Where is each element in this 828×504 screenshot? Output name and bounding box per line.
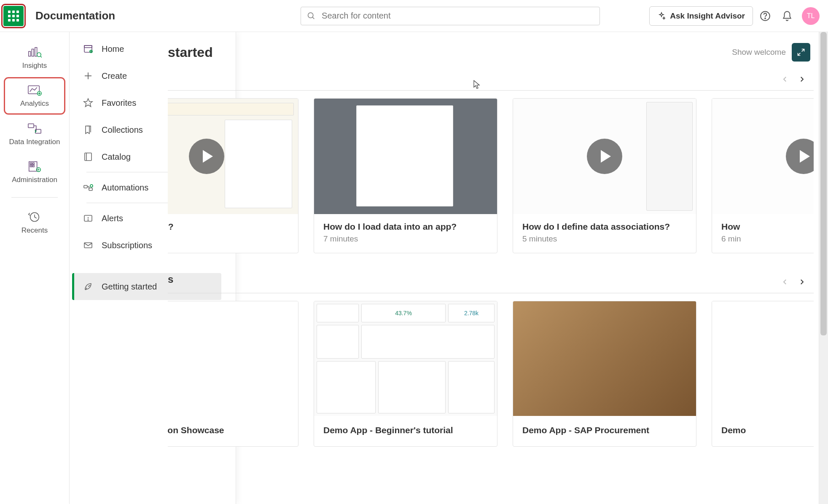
app-thumbnail: k TH DATA: [168, 301, 298, 416]
left-rail: Insights Analytics Data Integration Admi…: [0, 32, 70, 504]
show-welcome-label: Show welcome: [732, 48, 786, 57]
svg-point-7: [37, 53, 41, 56]
flyout-label: Collections: [102, 125, 143, 135]
rail-item-analytics[interactable]: Analytics: [5, 78, 64, 113]
svg-rect-17: [32, 163, 34, 165]
app-card-title: Demo App - SAP Procurement: [522, 425, 687, 435]
app-thumbnail: [513, 301, 696, 416]
app-card[interactable]: 43.7% 2.78k Demo App - Beginner's tutori…: [314, 301, 497, 447]
app-card[interactable]: k TH DATA Visualization Showcase: [168, 301, 298, 447]
flyout-label: Alerts: [102, 214, 123, 223]
chevron-right-icon: [798, 75, 806, 83]
svg-rect-36: [84, 243, 92, 248]
video-card-duration: [168, 234, 289, 244]
svg-line-8: [40, 56, 42, 57]
star-icon: [83, 98, 93, 108]
rail-label: Insights: [22, 62, 47, 70]
video-card-title: How: [721, 222, 814, 232]
video-thumbnail: [712, 99, 814, 214]
data-integration-icon: [27, 123, 42, 134]
insights-icon: [27, 46, 42, 58]
sparkle-icon: [657, 12, 666, 20]
video-card-title: How do I define data associations?: [522, 222, 687, 232]
envelope-icon: [83, 240, 93, 250]
home-icon: [83, 44, 93, 54]
video-card[interactable]: ate an app?: [168, 98, 298, 253]
rail-item-recents[interactable]: Recents: [5, 205, 64, 240]
flyout-label: Catalog: [102, 152, 131, 162]
app-card[interactable]: Demo: [712, 301, 814, 447]
svg-rect-19: [32, 165, 34, 167]
search-input[interactable]: [322, 11, 594, 21]
svg-rect-4: [29, 51, 31, 56]
chevron-left-icon: [781, 278, 789, 286]
getting-started-heading: started: [168, 45, 213, 60]
carousel-next-button[interactable]: [793, 71, 810, 88]
flyout-label: Create: [102, 71, 127, 81]
flyout-label: Home: [102, 44, 124, 54]
help-button[interactable]: [755, 6, 775, 26]
svg-rect-13: [28, 123, 34, 127]
flyout-label: Getting started: [102, 282, 157, 292]
video-thumbnail: [513, 99, 696, 214]
carousel-next-button[interactable]: [793, 273, 810, 290]
video-card-duration: 7 minutes: [323, 234, 488, 244]
svg-point-35: [88, 220, 89, 220]
recents-icon: [27, 211, 42, 223]
video-thumbnail: [314, 99, 497, 214]
avatar[interactable]: TL: [802, 7, 820, 25]
ask-advisor-label: Ask Insight Advisor: [670, 11, 745, 21]
app-thumbnail: 43.7% 2.78k: [314, 301, 497, 416]
notifications-button[interactable]: [777, 6, 797, 26]
play-icon: [587, 139, 622, 174]
catalog-icon: [83, 152, 93, 162]
svg-rect-23: [84, 46, 92, 48]
analytics-icon: [27, 84, 42, 96]
show-welcome: Show welcome: [732, 43, 810, 62]
create-icon: [83, 71, 93, 81]
app-thumbnail: [712, 301, 814, 416]
svg-point-3: [765, 18, 766, 19]
scrollbar[interactable]: [819, 32, 828, 504]
video-card[interactable]: How do I load data into an app? 7 minute…: [314, 98, 497, 253]
app-card[interactable]: Demo App - SAP Procurement: [513, 301, 696, 447]
bell-icon: [782, 11, 793, 21]
chevron-left-icon: [781, 75, 789, 83]
play-icon: [786, 139, 814, 174]
app-card-title: Visualization Showcase: [168, 425, 289, 435]
svg-rect-28: [85, 153, 91, 161]
rail-divider: [11, 197, 58, 198]
video-card[interactable]: How do I define data associations? 5 min…: [513, 98, 696, 253]
administration-icon: [27, 161, 42, 172]
expand-welcome-button[interactable]: [792, 43, 810, 62]
rail-item-administration[interactable]: Administration: [5, 155, 64, 189]
search-wrap: [115, 7, 649, 25]
section-divider: [168, 90, 814, 91]
video-card[interactable]: How 6 min: [712, 98, 814, 253]
search-box[interactable]: [301, 7, 600, 25]
main-content: started Show welcome: [168, 32, 814, 504]
section-label: s: [168, 273, 173, 290]
svg-rect-18: [30, 165, 32, 167]
help-icon: [760, 11, 771, 21]
app-launcher-button[interactable]: [3, 6, 24, 26]
carousel-prev-button[interactable]: [777, 71, 793, 88]
video-card-duration: 6 min: [721, 234, 814, 244]
rail-item-data-integration[interactable]: Data Integration: [5, 117, 64, 151]
search-icon: [307, 11, 316, 21]
flyout-label: Favorites: [102, 98, 136, 108]
grid-icon: [8, 11, 19, 21]
automations-icon: [83, 182, 93, 193]
flyout-label: Subscriptions: [102, 241, 152, 250]
ask-insight-advisor-button[interactable]: Ask Insight Advisor: [649, 6, 753, 26]
header-actions: Ask Insight Advisor TL: [649, 6, 820, 26]
svg-rect-30: [84, 185, 87, 188]
scrollbar-thumb[interactable]: [820, 32, 827, 335]
rocket-icon: [83, 281, 93, 292]
carousel-prev-button[interactable]: [777, 273, 793, 290]
svg-point-32: [90, 185, 93, 187]
alert-icon: [83, 213, 93, 223]
app-card-title: Demo App - Beginner's tutorial: [323, 425, 488, 435]
rail-item-insights[interactable]: Insights: [5, 40, 64, 75]
section-head-apps: s: [231, 268, 814, 293]
